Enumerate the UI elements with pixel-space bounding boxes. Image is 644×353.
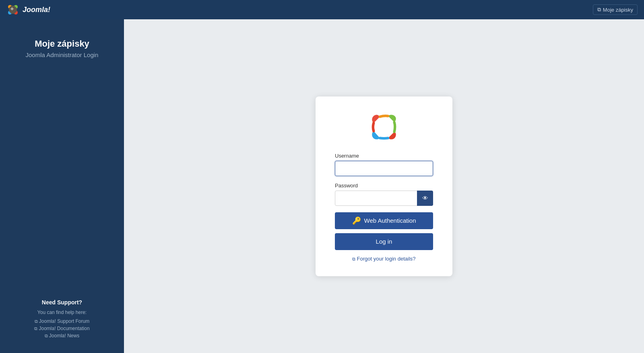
eye-icon: 👁 xyxy=(422,195,428,201)
login-label: Log in xyxy=(376,238,392,245)
sidebar-link-news[interactable]: Joomla! News xyxy=(8,333,116,339)
joomla-logo-large-icon xyxy=(369,113,398,142)
web-auth-label: Web Authentication xyxy=(364,217,416,224)
password-toggle-button[interactable]: 👁 xyxy=(417,191,433,206)
content-area: Username Password 👁 🔑 Web Authentication xyxy=(124,19,644,353)
external-link-icon: ⧉ xyxy=(597,6,601,13)
top-navbar: Joomla! ⧉ Moje zápisky xyxy=(0,0,644,19)
password-label: Password xyxy=(335,183,433,189)
sidebar-footer: Need Support? You can find help here: Jo… xyxy=(0,289,124,353)
joomla-logo-icon xyxy=(6,3,19,16)
sidebar-header: Moje zápisky Joomla Administrator Login xyxy=(0,19,124,70)
sidebar-support-heading: Need Support? xyxy=(8,299,116,306)
key-icon: 🔑 xyxy=(352,216,361,225)
login-logo xyxy=(335,113,433,142)
login-card: Username Password 👁 🔑 Web Authentication xyxy=(316,96,452,276)
sidebar-link-support-forum[interactable]: Joomla! Support Forum xyxy=(8,318,116,324)
login-button[interactable]: Log in xyxy=(335,233,433,250)
web-auth-button[interactable]: 🔑 Web Authentication xyxy=(335,212,433,229)
brand-name: Joomla! xyxy=(23,6,50,14)
main-wrapper: Moje zápisky Joomla Administrator Login … xyxy=(0,19,644,353)
forgot-link[interactable]: Forgot your login details? xyxy=(335,256,433,262)
password-wrapper: 👁 xyxy=(335,191,433,206)
username-input[interactable] xyxy=(335,161,433,176)
username-label: Username xyxy=(335,153,433,159)
sidebar-link-documentation[interactable]: Joomla! Documentation xyxy=(8,326,116,331)
sidebar-support-intro: You can find help here: xyxy=(8,310,116,315)
sidebar-title: Moje zápisky xyxy=(8,39,116,49)
sidebar-subtitle: Joomla Administrator Login xyxy=(8,51,116,58)
navbar-link[interactable]: ⧉ Moje zápisky xyxy=(593,4,638,15)
sidebar: Moje zápisky Joomla Administrator Login … xyxy=(0,19,124,353)
navbar-link-label: Moje zápisky xyxy=(603,7,633,13)
brand-logo: Joomla! xyxy=(6,3,50,16)
forgot-label: Forgot your login details? xyxy=(357,256,416,262)
password-group: Password 👁 xyxy=(335,183,433,206)
username-group: Username xyxy=(335,153,433,176)
